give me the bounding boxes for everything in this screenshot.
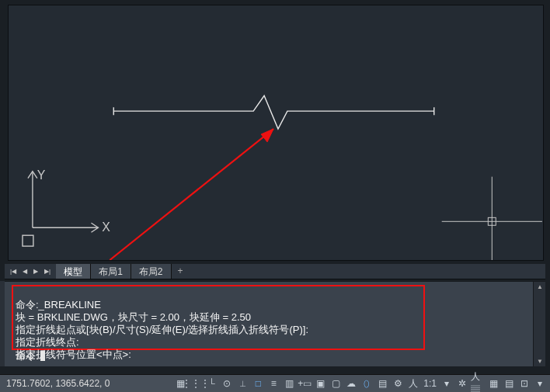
- tab-layout1[interactable]: 布局1: [91, 264, 131, 279]
- cmd-line: 命令:_BREAKLINE: [16, 299, 101, 310]
- isolate-icon[interactable]: ⊡: [517, 376, 531, 390]
- status-toggles: ▦ ⋮⋮⋮ └ ⊙ ⟂ □ ≡ ▥ +▭ ▣ ▢ ☁ ⬯ ▤ ⚙ 人 1:1 ▾…: [170, 376, 550, 390]
- drawing-canvas[interactable]: Y X: [9, 5, 543, 260]
- tab-add-button[interactable]: +: [172, 264, 190, 279]
- customize-icon[interactable]: ▾: [533, 376, 547, 390]
- osnap-icon[interactable]: □: [251, 376, 265, 390]
- anno-scale-readout[interactable]: 1:1: [422, 376, 438, 390]
- command-input[interactable]: 命令:: [16, 349, 45, 363]
- tab-first-icon[interactable]: |◀: [8, 268, 19, 275]
- ortho-icon[interactable]: └: [204, 376, 218, 390]
- tab-last-icon[interactable]: ▶|: [42, 268, 53, 275]
- crosshair-cursor: [442, 177, 542, 260]
- text-cursor: [40, 351, 45, 361]
- isodraft-icon[interactable]: ⟂: [235, 376, 249, 390]
- selection-cycling-icon[interactable]: ▣: [313, 376, 327, 390]
- units-icon[interactable]: ⚙: [391, 376, 405, 390]
- dynamic-input-icon[interactable]: +▭: [298, 376, 312, 390]
- tab-model[interactable]: 模型: [56, 264, 91, 279]
- lineweight-icon[interactable]: ≡: [266, 376, 280, 390]
- tab-layout2[interactable]: 布局2: [131, 264, 172, 279]
- polar-icon[interactable]: ⊙: [220, 376, 234, 390]
- ucs-y-label: Y: [37, 168, 46, 182]
- ucs-icon: Y X: [23, 168, 110, 246]
- layout-tab-nav: |◀ ◀ ▶ ▶|: [5, 264, 56, 279]
- gear-icon[interactable]: ✲: [455, 376, 469, 390]
- cmd-line: 指定折线起点或[块(B)/尺寸(S)/延伸(E)/选择折线插入折线符号(P)]:: [16, 324, 308, 335]
- command-panel: 命令:_BREAKLINE 块 = BRKLINE.DWG，块尺寸 = 2.00…: [5, 281, 545, 366]
- annotation-arrow: [110, 129, 273, 260]
- workspace-icon[interactable]: ☁: [344, 376, 358, 390]
- auto-scale-icon[interactable]: 人▤: [471, 376, 485, 390]
- status-bar: 1751.7602, 1365.6422, 0 ▦ ⋮⋮⋮ └ ⊙ ⟂ □ ≡ …: [0, 374, 550, 392]
- svg-line-2: [110, 129, 273, 260]
- quick-properties-icon[interactable]: ▤: [375, 376, 389, 390]
- tab-prev-icon[interactable]: ◀: [20, 268, 30, 275]
- drawing-viewport[interactable]: Y X: [8, 5, 544, 261]
- command-history: 命令:_BREAKLINE 块 = BRKLINE.DWG，块尺寸 = 2.00…: [16, 286, 527, 373]
- coords-readout[interactable]: 1751.7602, 1365.6422, 0: [0, 378, 116, 389]
- svg-marker-3: [261, 129, 273, 142]
- 人-icon[interactable]: 人: [406, 376, 420, 390]
- annotation-monitor-icon[interactable]: ⬯: [360, 376, 374, 390]
- command-scrollbar[interactable]: [533, 282, 545, 366]
- cmd-line: 指定折线终点:: [16, 336, 79, 348]
- breakline-entity: [113, 95, 433, 129]
- ws-switch-icon[interactable]: ▦: [486, 376, 500, 390]
- transparency-icon[interactable]: ▥: [282, 376, 296, 390]
- ucs-x-label: X: [102, 220, 110, 234]
- layout-tab-strip: |◀ ◀ ▶ ▶| 模型 布局1 布局2 +: [5, 264, 545, 279]
- command-prompt: 命令:: [16, 350, 39, 362]
- hardware-accel-icon[interactable]: ▤: [502, 376, 516, 390]
- 3dosnap-icon[interactable]: ▢: [329, 376, 343, 390]
- anno-scale-menu-icon[interactable]: ▾: [440, 376, 454, 390]
- tab-next-icon[interactable]: ▶: [31, 268, 40, 275]
- snap-mode-icon[interactable]: ⋮⋮⋮: [189, 376, 203, 390]
- svg-rect-6: [23, 235, 33, 246]
- cmd-line: 块 = BRKLINE.DWG，块尺寸 = 2.00，块延伸 = 2.50: [16, 311, 251, 323]
